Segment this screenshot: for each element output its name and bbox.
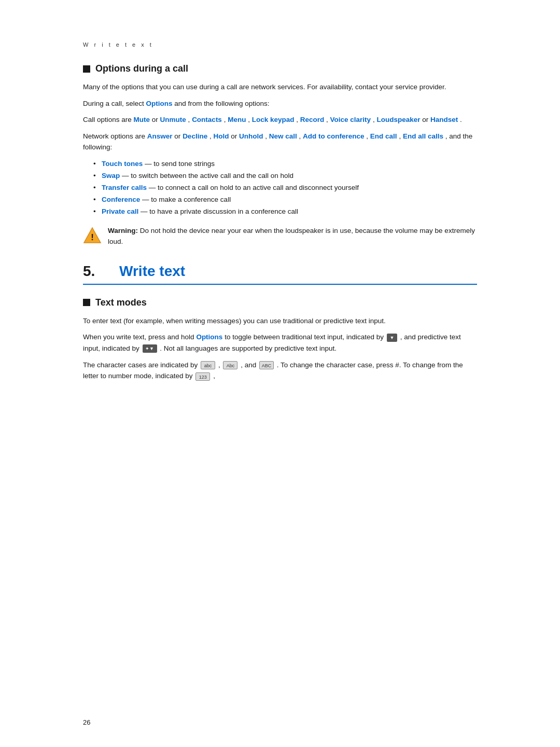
- char-case-icon-3: ABC: [259, 361, 274, 369]
- call-options-line: Call options are Mute or Unmute , Contac…: [83, 114, 477, 126]
- network-options-line: Network options are Answer or Decline , …: [83, 131, 477, 153]
- comma10: ,: [366, 132, 370, 140]
- or2: or: [422, 116, 430, 123]
- options-intro2-end: and from the following options:: [174, 100, 269, 107]
- char-case-icon-1: abc: [201, 361, 215, 369]
- swap-link: Swap: [102, 172, 120, 179]
- comma4: ,: [296, 116, 300, 123]
- number-mode-icon: 123: [195, 372, 210, 381]
- char-case-icon-2: Abc: [223, 361, 237, 369]
- loudspeaker-link: Loudspeaker: [376, 116, 420, 123]
- predictive-input-icon: ✦▼: [143, 344, 157, 353]
- warning-box: ! Warning: Do not hold the device near y…: [83, 225, 477, 247]
- or1: or: [152, 116, 160, 123]
- options-intro1: Many of the options that you can use dur…: [83, 81, 477, 93]
- transfer-calls-link: Transfer calls: [102, 184, 147, 191]
- options-bullet-list: Touch tones — to send tone strings Swap …: [93, 158, 477, 218]
- comma9: ,: [299, 132, 303, 140]
- para2-last: . Not all languages are supported by pre…: [160, 344, 337, 352]
- lock-keypad-link: Lock keypad: [252, 116, 295, 123]
- unmute-link: Unmute: [160, 116, 186, 123]
- answer-link: Answer: [147, 132, 173, 140]
- end-all-calls-link: End all calls: [403, 132, 443, 140]
- section-label: W r i t e t e x t: [83, 42, 477, 48]
- add-to-conference-link: Add to conference: [303, 132, 365, 140]
- warning-label: Warning:: [108, 227, 138, 234]
- end-call-link: End call: [370, 132, 397, 140]
- contacts-link: Contacts: [192, 116, 222, 123]
- section-square-icon-2: [83, 299, 90, 306]
- touch-tones-link: Touch tones: [102, 160, 143, 168]
- text-modes-para1: To enter text (for example, when writing…: [83, 315, 477, 327]
- options-heading: Options during a call: [95, 63, 188, 74]
- mute-link: Mute: [134, 116, 150, 123]
- para3-start: The character cases are indicated by: [83, 361, 200, 369]
- para3-mid1: ,: [218, 361, 222, 369]
- swap-text: — to switch between the active call and …: [122, 172, 293, 179]
- options-link-2: Options: [196, 333, 222, 341]
- touch-tones-text: — to send tone strings: [145, 160, 215, 168]
- bullet-conference: Conference — to make a conference call: [93, 194, 477, 206]
- warning-triangle-icon: !: [83, 226, 102, 245]
- comma11: ,: [399, 132, 403, 140]
- private-call-link: Private call: [102, 208, 138, 215]
- warning-body: Do not hold the device near your ear whe…: [108, 227, 475, 246]
- or3: or: [174, 132, 183, 140]
- record-link: Record: [300, 116, 325, 123]
- private-call-text: — to have a private discussion in a conf…: [141, 208, 298, 215]
- page-number: 26: [83, 718, 90, 726]
- voice-clarity-link: Voice clarity: [330, 116, 371, 123]
- options-heading-container: Options during a call: [83, 63, 477, 74]
- para3-end2: ,: [213, 372, 215, 380]
- para3-mid2: , and: [241, 361, 258, 369]
- call-options-start: Call options are: [83, 116, 134, 123]
- unhold-link: Unhold: [239, 132, 263, 140]
- comma3: ,: [248, 116, 252, 123]
- conference-link: Conference: [102, 196, 140, 203]
- chapter-number: 5.: [83, 263, 115, 279]
- text-modes-heading-container: Text modes: [83, 297, 477, 308]
- bullet-swap: Swap — to switch between the active call…: [93, 170, 477, 182]
- chapter-5-heading: 5. Write text: [83, 263, 477, 285]
- bullet-touch-tones: Touch tones — to send tone strings: [93, 158, 477, 170]
- comma5: ,: [326, 116, 330, 123]
- page: W r i t e t e x t Options during a call …: [0, 0, 560, 747]
- warning-text: Warning: Do not hold the device near you…: [108, 225, 477, 247]
- text-modes-para3: The character cases are indicated by abc…: [83, 359, 477, 382]
- comma1: ,: [188, 116, 192, 123]
- para2-end: to toggle between traditional text input…: [225, 333, 386, 341]
- traditional-input-icon: ▼: [387, 334, 397, 342]
- text-modes-heading: Text modes: [95, 297, 147, 308]
- options-intro2-text: During a call, select: [83, 100, 146, 107]
- or4: or: [231, 132, 239, 140]
- bullet-transfer-calls: Transfer calls — to connect a call on ho…: [93, 182, 477, 194]
- network-options-start: Network options are: [83, 132, 147, 140]
- section-square-icon: [83, 65, 90, 73]
- text-modes-para2: When you write text, press and hold Opti…: [83, 331, 477, 354]
- svg-text:!: !: [91, 232, 94, 242]
- chapter-5-title: 5. Write text: [83, 263, 477, 280]
- bullet-private-call: Private call — to have a private discuss…: [93, 206, 477, 218]
- hold-link: Hold: [213, 132, 229, 140]
- options-link: Options: [146, 100, 173, 107]
- conference-text: — to make a conference call: [142, 196, 231, 203]
- para2-start: When you write text, press and hold: [83, 333, 196, 341]
- handset-link: Handset: [430, 116, 458, 123]
- chapter-title: Write text: [119, 263, 185, 279]
- decline-link: Decline: [183, 132, 207, 140]
- menu-link: Menu: [228, 116, 246, 123]
- period1: .: [460, 116, 462, 123]
- options-intro2: During a call, select Options and from t…: [83, 98, 477, 109]
- new-call-link: New call: [269, 132, 297, 140]
- comma8: ,: [265, 132, 269, 140]
- transfer-calls-text: — to connect a call on hold to an active…: [149, 184, 359, 191]
